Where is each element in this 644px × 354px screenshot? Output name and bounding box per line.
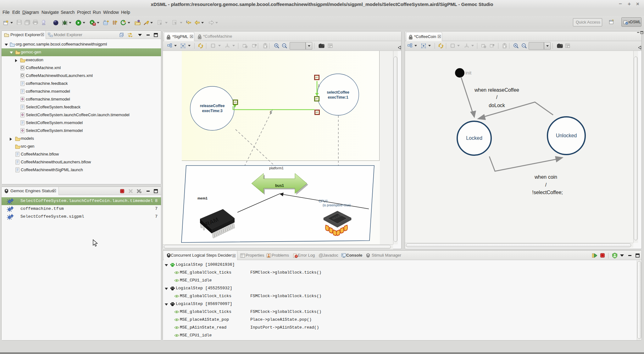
svg-text:Gr: Gr (104, 20, 106, 22)
